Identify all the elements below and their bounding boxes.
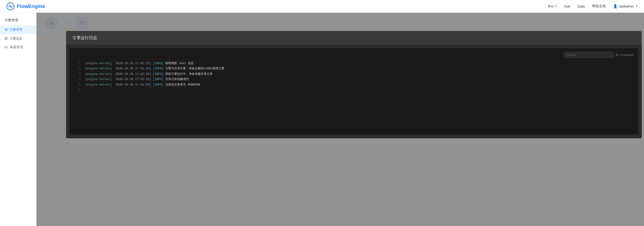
sidebar-section-title: 引擎管理 [0,16,36,25]
log-modal: 引擎运行日志 ☰ 0 matches 1[engine-kernel] 2020… [66,31,642,138]
log-line: 6 [74,87,634,93]
line-content: 2020-10-26 17:41:33] [INFO] 获取模版 test 信息 [116,61,194,66]
logo-area: FlowEngine [6,2,45,10]
line-number: 1 [74,61,81,66]
log-line: 4[engine-kernel] 2020-10-26 17:41:35] [I… [74,77,634,82]
nav-user-chevron-icon [636,6,638,7]
svg-point-1 [10,5,12,7]
nav-help-label: 帮助文档 [592,4,606,8]
sidebar-item-engine-mgmt[interactable]: ⚙ 引擎管理 [0,25,36,34]
line-content: 2020-10-26 17:41:35] [INFO] 共享记录创建成功 [116,77,189,82]
nav-first[interactable]: first [548,4,557,8]
line-source: [engine-kernel] [85,71,112,77]
nav-hub-label: Hub [564,4,570,8]
sidebar-item-tag-mgmt[interactable]: 🏷 标签管理 [0,43,36,52]
user-icon: 👤 [613,4,618,8]
nav-data[interactable]: Data [578,4,585,8]
line-number: 5 [74,82,81,87]
matches-count: 0 matches [620,53,634,57]
line-content: 2020-10-26 17:41:56] [INFO] 当前状态变更为 RUNN… [116,82,200,87]
nav-links: first Hub Data 帮助文档 👤 4pdadmin [548,4,638,8]
nav-first-chevron-icon [555,6,557,7]
nav-hub[interactable]: Hub [564,4,570,8]
logo-icon [6,2,14,10]
nav-help[interactable]: 帮助文档 [592,4,606,8]
engine-settings-icon: ⚙ [4,36,8,41]
log-line: 1[engine-kernel] 2020-10-26 17:41:33] [I… [74,61,634,66]
line-source: [engine-kernel] [85,77,112,82]
nav-user-label: 4pdadmin [619,4,634,8]
main-layout: 引擎管理 ⚙ 引擎管理 ⚙ 引擎设定 🏷 标签管理 ⊙ → ⬡ 引擎运行日志 [0,13,644,226]
sidebar-item-engine-mgmt-label: 引擎管理 [10,28,22,32]
line-number: 3 [74,71,81,77]
engine-mgmt-icon: ⚙ [4,27,8,32]
line-number: 4 [74,77,81,82]
line-content: 2020-10-26 17:41:33] [INFO] 引擎为共享引擎，准备挂载… [116,66,224,71]
line-source: [engine-kernel] [85,82,112,87]
log-line: 3[engine-kernel] 2020-10-26 17:41:33] [I… [74,71,634,77]
line-source: [engine-kernel] [85,66,112,71]
content-area: ⊙ → ⬡ 引擎运行日志 ☰ 0 matches [36,13,644,226]
modal-body: ☰ 0 matches 1[engine-kernel] 2020-10-26 … [70,48,638,135]
log-search-input[interactable] [564,52,614,58]
nav-data-label: Data [578,4,585,8]
line-number: 6 [74,87,81,93]
sidebar: 引擎管理 ⚙ 引擎管理 ⚙ 引擎设定 🏷 标签管理 [0,13,36,226]
modal-header: 引擎运行日志 [66,31,642,45]
line-source: [engine-kernel] [85,61,112,66]
line-number: 2 [74,66,81,71]
sidebar-item-tag-mgmt-label: 标签管理 [10,45,23,49]
modal-title: 引擎运行日志 [72,35,97,40]
log-toolbar: ☰ 0 matches [74,52,634,58]
matches-info: ☰ 0 matches [616,53,634,57]
sidebar-item-engine-settings-label: 引擎设定 [10,37,22,41]
list-icon: ☰ [616,53,618,57]
nav-user[interactable]: 👤 4pdadmin [613,4,638,8]
tag-mgmt-icon: 🏷 [4,45,8,49]
log-lines: 1[engine-kernel] 2020-10-26 17:41:33] [I… [74,61,634,93]
sidebar-item-engine-settings[interactable]: ⚙ 引擎设定 [0,34,36,43]
log-line: 5[engine-kernel] 2020-10-26 17:41:56] [I… [74,82,634,87]
log-line: 2[engine-kernel] 2020-10-26 17:41:33] [I… [74,66,634,71]
nav-first-label: first [548,4,554,8]
top-nav: FlowEngine first Hub Data 帮助文档 👤 4pdadmi… [0,0,644,13]
line-content: 2020-10-26 17:41:33] [INFO] 系统引擎运行中，准备创建… [116,71,212,77]
app-name: FlowEngine [17,3,45,9]
